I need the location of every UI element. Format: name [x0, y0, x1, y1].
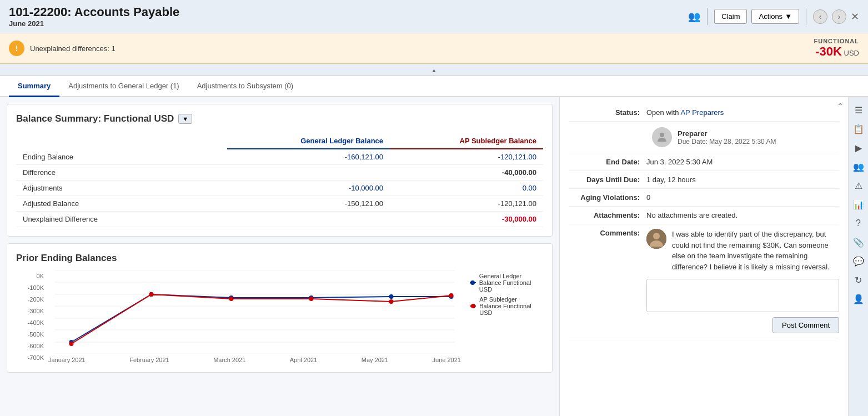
comments-label: Comments: — [569, 229, 646, 237]
header-divider — [707, 8, 708, 25]
collapse-right-button[interactable]: ⌃ — [837, 102, 844, 111]
status-value: Open with AP Preparers — [646, 108, 839, 117]
attachments-label: Attachments: — [569, 211, 646, 219]
balance-table-row: Adjusted Balance-150,121.00-120,121.00 — [16, 196, 543, 212]
balance-table-row: Ending Balance-160,121.00-120,121.00 — [16, 149, 543, 165]
legend-ap: AP Subledger Balance Functional USD — [470, 296, 539, 316]
tab-adjustments-gl[interactable]: Adjustments to General Ledger (1) — [59, 76, 188, 97]
balance-row-gl — [227, 212, 390, 227]
header-actions: 👥 Claim Actions ▼ ‹ › ✕ — [688, 8, 859, 25]
close-button[interactable]: ✕ — [851, 11, 859, 23]
x-axis-labels: January 2021 February 2021 March 2021 Ap… — [48, 357, 461, 363]
end-date-value: Jun 3, 2022 5:30 AM — [646, 158, 839, 166]
svg-point-16 — [229, 297, 234, 301]
balance-row-label: Ending Balance — [16, 149, 227, 165]
balance-table-row: Adjustments-10,000.000.00 — [16, 181, 543, 196]
post-comment-container: Post Comment — [646, 314, 839, 333]
comment-input[interactable] — [646, 279, 839, 312]
page-subtitle: June 2021 — [9, 19, 179, 28]
sidebar-table-icon[interactable]: 📊 — [850, 196, 867, 213]
balance-row-label: Adjustments — [16, 181, 227, 196]
sidebar-chat-icon[interactable]: 💬 — [850, 253, 867, 269]
svg-point-12 — [389, 294, 394, 299]
sidebar-doc-icon[interactable]: 📋 — [850, 121, 867, 137]
warning-text: Unexplained differences: 1 — [30, 44, 116, 53]
sidebar-refresh-icon[interactable]: ↻ — [850, 272, 867, 288]
svg-point-22 — [653, 233, 660, 239]
balance-row-gl — [227, 165, 390, 181]
legend-gl: General Ledger Balance Functional USD — [470, 273, 539, 293]
balance-row-ap: 0.00 — [390, 181, 543, 196]
days-until-due-label: Days Until Due: — [569, 176, 646, 184]
post-comment-button[interactable]: Post Comment — [772, 317, 839, 333]
actions-button[interactable]: Actions ▼ — [751, 9, 799, 24]
prev-nav-button[interactable]: ‹ — [813, 9, 827, 24]
balance-dropdown-button[interactable]: ▼ — [178, 114, 192, 124]
balance-summary-card: Balance Summary: Functional USD ▼ Genera… — [7, 104, 553, 237]
header-title-section: 101-22200: Accounts Payable June 2021 — [9, 5, 179, 28]
days-until-due-row: Days Until Due: 1 day, 12 hours — [569, 171, 839, 189]
sidebar-users-icon[interactable]: 👥 — [850, 158, 867, 175]
header-divider2 — [806, 8, 806, 25]
chart-area: January 2021 February 2021 March 2021 Ap… — [48, 270, 461, 363]
aging-row: Aging Violations: 0 — [569, 189, 839, 207]
balance-row-label: Adjusted Balance — [16, 196, 227, 212]
right-sidebar: ☰ 📋 ▶ 👥 ⚠ 📊 ? 📎 💬 ↻ 👤 — [848, 97, 868, 416]
sidebar-play-icon[interactable]: ▶ — [850, 139, 867, 156]
collapse-bar[interactable]: ▲ — [0, 64, 868, 76]
user-group-icon[interactable]: 👥 — [688, 11, 700, 23]
right-panel-content: Status: Open with AP Preparers Preparer … — [560, 97, 848, 345]
chart-svg — [48, 270, 461, 354]
balance-row-label: Difference — [16, 165, 227, 181]
sidebar-attachment-icon[interactable]: 📎 — [850, 234, 867, 250]
commenter-avatar — [646, 229, 666, 249]
end-date-label: End Date: — [569, 158, 646, 166]
alert-icon: ! — [9, 41, 24, 56]
sidebar-list-icon[interactable]: ☰ — [850, 102, 867, 118]
end-date-row: End Date: Jun 3, 2022 5:30 AM — [569, 153, 839, 171]
balance-row-ap: -40,000.00 — [390, 165, 543, 181]
comment-text: I was able to identify part of the discr… — [672, 229, 839, 272]
balance-table-row: Unexplained Difference-30,000.00 — [16, 212, 543, 227]
left-panel: Balance Summary: Functional USD ▼ Genera… — [0, 97, 559, 416]
balance-row-gl: -150,121.00 — [227, 196, 390, 212]
tabs-bar: Summary Adjustments to General Ledger (1… — [0, 76, 868, 97]
sidebar-help-icon[interactable]: ? — [850, 215, 867, 232]
col-ap-header: AP Subledger Balance — [390, 133, 543, 149]
functional-label: FUNCTIONAL — [814, 38, 860, 44]
col-gl-header: General Ledger Balance — [227, 133, 390, 149]
collapse-icon: ▲ — [432, 67, 437, 73]
balance-table: General Ledger Balance AP Subledger Bala… — [16, 133, 543, 227]
balance-row-gl: -10,000.00 — [227, 181, 390, 196]
aging-value: 0 — [646, 193, 839, 202]
status-label: Status: — [569, 108, 646, 117]
attachments-value: No attachments are created. — [646, 211, 839, 219]
right-panel: ⌃ Status: Open with AP Preparers — [559, 97, 848, 416]
attachments-row: Attachments: No attachments are created. — [569, 207, 839, 224]
preparer-name: Preparer — [678, 129, 776, 138]
sidebar-warning-icon[interactable]: ⚠ — [850, 177, 867, 194]
svg-point-14 — [69, 342, 74, 346]
preparer-due: Due Date: May 28, 2022 5:30 AM — [678, 138, 776, 146]
next-nav-button[interactable]: › — [832, 9, 846, 24]
ap-preparers-link[interactable]: AP Preparers — [680, 108, 724, 117]
prior-ending-title: Prior Ending Balances — [16, 253, 543, 264]
status-row: Status: Open with AP Preparers — [569, 104, 839, 122]
preparer-info: Preparer Due Date: May 28, 2022 5:30 AM — [678, 129, 776, 146]
warning-left: ! Unexplained differences: 1 — [9, 41, 116, 56]
actions-chevron-icon: ▼ — [785, 12, 792, 21]
tab-adjustments-subsystem[interactable]: Adjustments to Subsystem (0) — [188, 76, 302, 97]
functional-amount: -30K — [815, 44, 842, 58]
chart-legend: General Ledger Balance Functional USD AP… — [465, 270, 543, 363]
svg-point-15 — [149, 292, 154, 297]
tab-summary[interactable]: Summary — [9, 76, 59, 97]
comments-content: I was able to identify part of the discr… — [646, 229, 839, 333]
svg-point-17 — [309, 297, 314, 301]
main-layout: Balance Summary: Functional USD ▼ Genera… — [0, 97, 868, 416]
balance-row-label: Unexplained Difference — [16, 212, 227, 227]
balance-row-ap: -120,121.00 — [390, 196, 543, 212]
card-title: Balance Summary: Functional USD ▼ — [16, 113, 543, 124]
sidebar-user-icon[interactable]: 👤 — [850, 290, 867, 307]
preparer-row: Preparer Due Date: May 28, 2022 5:30 AM — [569, 122, 839, 153]
claim-button[interactable]: Claim — [714, 9, 747, 24]
